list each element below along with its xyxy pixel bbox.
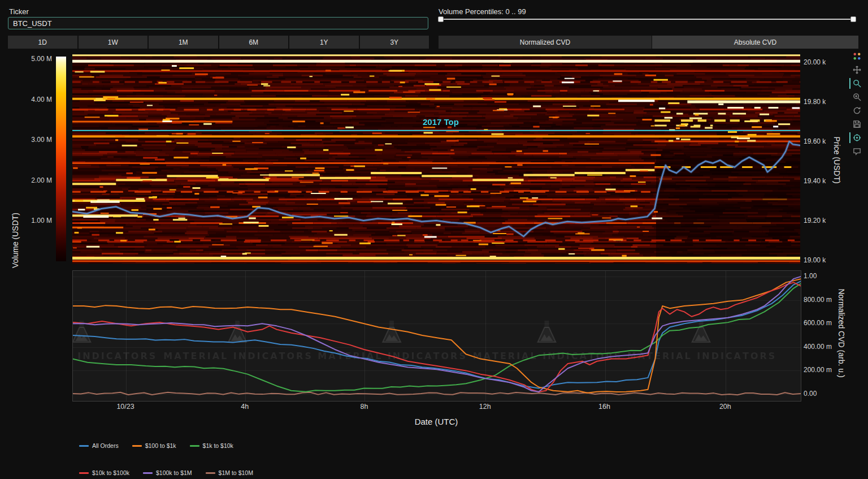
legend-label: $1k to $10k [203,442,233,449]
date-axis-title: Date (UTC) [415,417,458,426]
price-tick: 19.00 k [804,256,837,264]
legend-label: $100k to $1M [156,469,192,476]
timeframe-buttons: 1D 1W 1M 6M 1Y 3Y [8,36,429,49]
zoom-in-icon[interactable] [849,92,863,102]
legend-label: All Orders [92,442,119,449]
legend-item-100-to-1k[interactable]: $100 to $1k [132,442,176,449]
cvd-axis-title: Normalized CVD (arb. u.) [837,288,846,377]
cvd-tick: 0.00 [804,390,843,398]
volume-colorbar [56,57,66,261]
legend-item-100k-to-1m[interactable]: $100k to $1M [143,469,192,476]
legend-row-2: $10k to $100k $100k to $1M $1M to $10M [79,469,267,476]
legend-item-10k-to-100k[interactable]: $10k to $100k [79,469,129,476]
price-tick: 19.80 k [804,98,837,106]
timeframe-1y-button[interactable]: 1Y [289,36,359,49]
cvd-tick: 1.00 [804,272,843,280]
volume-percentiles-slider[interactable] [438,15,856,23]
legend-item-all-orders[interactable]: All Orders [79,442,119,449]
absolute-cvd-button[interactable]: Absolute CVD [652,36,858,49]
legend-swatch [143,472,153,474]
legend-item-1k-to-10k[interactable]: $1k to $10k [190,442,233,449]
legend-label: $1M to $10M [219,469,253,476]
colorbar-tick: 4.00 M [31,96,52,103]
volume-percentiles-label: Volume Percentiles: 0 .. 99 [439,7,526,16]
date-tick: 20h [719,403,731,411]
plotly-logo-icon[interactable] [849,51,863,62]
slider-handle-max[interactable] [850,16,856,22]
colorbar-tick: 1.00 M [31,217,52,225]
app-root: Ticker Volume Percentiles: 0 .. 99 1D 1W… [0,0,868,479]
timeframe-3y-button[interactable]: 3Y [360,36,429,49]
colorbar-tick: 5.00 M [31,55,52,63]
timeframe-1m-button[interactable]: 1M [149,36,218,49]
legend-label: $100 to $1k [145,442,176,449]
timeframe-6m-button[interactable]: 6M [219,36,289,49]
autoscale-icon[interactable] [849,105,863,116]
cvd-chart[interactable] [72,270,801,402]
legend-item-1m-to-10m[interactable]: $1M to $10M [206,469,253,476]
ticker-label: Ticker [9,7,29,16]
slider-track [440,19,854,20]
price-tick: 20.00 k [804,58,837,66]
legend-swatch [206,472,215,474]
ticker-input[interactable] [8,17,428,29]
legend-swatch [190,445,199,447]
price-axis-title: Price (USDT) [832,136,841,183]
legend-label: $10k to $100k [92,469,129,476]
modebar [849,51,863,159]
legend-swatch [132,445,142,447]
pan-icon[interactable] [849,64,863,75]
date-tick: 8h [361,403,368,411]
date-tick: 12h [479,403,491,411]
price-tick: 19.20 k [804,217,837,225]
tooltip-icon[interactable] [849,146,863,157]
legend-swatch [79,472,89,474]
timeframe-1w-button[interactable]: 1W [79,36,148,49]
colorbar-ticks: 5.00 M 4.00 M 3.00 M 2.00 M 1.00 M [17,55,52,225]
zoom-icon[interactable] [849,78,863,89]
legend-row-1: All Orders $100 to $1k $1k to $10k [79,442,247,449]
date-tick: 4h [241,403,249,411]
save-icon[interactable] [849,119,863,130]
colorbar-tick: 3.00 M [31,136,52,144]
liquidity-heatmap-chart[interactable] [72,54,800,264]
slider-handle-min[interactable] [438,16,444,22]
date-axis-ticks: 10/23 4h 8h 12h 16h 20h [72,403,800,412]
normalized-cvd-button[interactable]: Normalized CVD [439,36,652,49]
crosshair-icon[interactable] [849,132,863,143]
date-tick: 10/23 [116,403,134,411]
colorbar-tick: 2.00 M [31,176,52,184]
heatmap-annotation: 2017 Top [423,117,459,127]
timeframe-1d-button[interactable]: 1D [8,36,77,49]
date-tick: 16h [598,403,610,411]
legend-swatch [79,445,89,447]
